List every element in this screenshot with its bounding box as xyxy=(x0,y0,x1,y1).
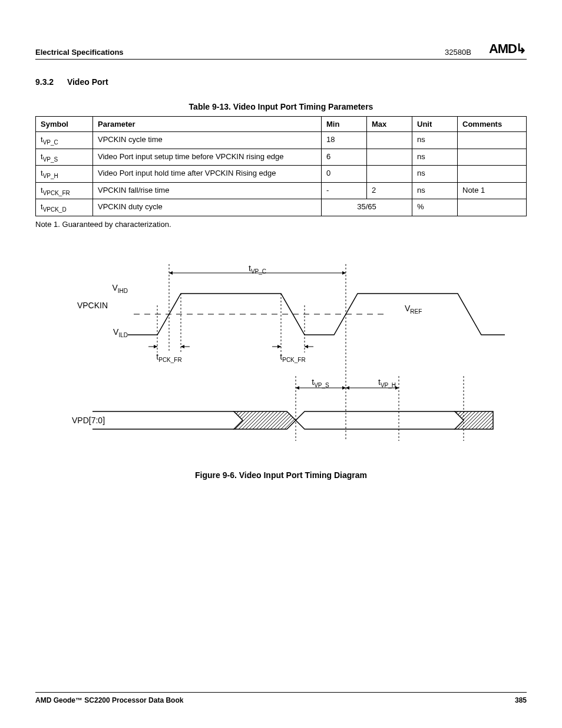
label-vpckin: VPCKIN xyxy=(77,301,108,310)
cell-comments xyxy=(458,132,527,149)
cell-comments xyxy=(458,199,527,216)
page-header: Electrical Specifications 32580B AMD↲ xyxy=(35,41,527,60)
cell-max: 2 xyxy=(367,182,412,199)
timing-table: Symbol Parameter Min Max Unit Comments t… xyxy=(35,116,527,216)
label-tpck-fr-2: tPCK_FR xyxy=(280,352,305,363)
svg-marker-15 xyxy=(455,411,493,429)
page-footer: AMD Geode™ SC2200 Processor Data Book 38… xyxy=(35,692,527,704)
cell-symbol: tVP_S xyxy=(36,149,93,166)
cell-parameter: Video Port input hold time after VPCKIN … xyxy=(93,166,322,183)
cell-comments: Note 1 xyxy=(458,182,527,199)
cell-parameter: VPCKIN cycle time xyxy=(93,132,322,149)
cell-unit: ns xyxy=(412,182,458,199)
cell-unit: ns xyxy=(412,149,458,166)
section-number: 9.3.2 xyxy=(35,77,65,87)
header-right: 32580B AMD↲ xyxy=(445,41,527,57)
cell-symbol: tVPCK_FR xyxy=(36,182,93,199)
label-tvp-h: tVP_H xyxy=(378,377,396,388)
label-tvp-c: tVP_C xyxy=(249,264,266,275)
page: Electrical Specifications 32580B AMD↲ 9.… xyxy=(0,0,562,728)
table-row: tVPCK_DVPCKIN duty cycle35/65% xyxy=(36,199,527,216)
cell-symbol: tVP_C xyxy=(36,132,93,149)
cell-comments xyxy=(458,166,527,183)
amd-logo: AMD↲ xyxy=(489,41,527,57)
footer-book-title: AMD Geode™ SC2200 Processor Data Book xyxy=(35,696,183,704)
cell-max xyxy=(367,149,412,166)
cell-min: 18 xyxy=(322,132,367,149)
cell-parameter: VPCKIN fall/rise time xyxy=(93,182,322,199)
header-section-title: Electrical Specifications xyxy=(35,48,124,57)
th-max: Max xyxy=(367,117,412,132)
label-vpd: VPD[7:0] xyxy=(72,416,105,425)
cell-unit: ns xyxy=(412,132,458,149)
cell-max xyxy=(367,132,412,149)
cell-comments xyxy=(458,149,527,166)
cell-unit: ns xyxy=(412,166,458,183)
cell-symbol: tVPCK_D xyxy=(36,199,93,216)
th-unit: Unit xyxy=(412,117,458,132)
svg-marker-14 xyxy=(234,411,296,429)
section-heading: 9.3.2 Video Port xyxy=(35,77,527,87)
cell-parameter: VPCKIN duty cycle xyxy=(93,199,322,216)
label-tpck-fr-1: tPCK_FR xyxy=(156,352,181,363)
label-vihd: VIHD xyxy=(112,283,128,294)
table-row: tVP_CVPCKIN cycle time18ns xyxy=(36,132,527,149)
label-tvp-s: tVP_S xyxy=(312,377,329,388)
cell-max xyxy=(367,166,412,183)
label-vref: VREF xyxy=(405,304,422,315)
figure-area: VPCKIN VIHD VILD VREF tVP_C tPCK_FR tPCK xyxy=(35,264,527,453)
cell-symbol: tVP_H xyxy=(36,166,93,183)
th-min: Min xyxy=(322,117,367,132)
label-vild: VILD xyxy=(113,327,128,338)
figure-caption: Figure 9-6. Video Input Port Timing Diag… xyxy=(35,470,527,480)
th-parameter: Parameter xyxy=(93,117,322,132)
table-header-row: Symbol Parameter Min Max Unit Comments xyxy=(36,117,527,132)
cell-min: 6 xyxy=(322,149,367,166)
cell-min: 0 xyxy=(322,166,367,183)
doc-code: 32580B xyxy=(445,48,471,57)
section-title: Video Port xyxy=(67,77,108,87)
cell-min-max-merged: 35/65 xyxy=(322,199,412,216)
table-note: Note 1. Guaranteed by characterization. xyxy=(35,220,527,229)
table-row: tVP_SVideo Port input setup time before … xyxy=(36,149,527,166)
th-symbol: Symbol xyxy=(36,117,93,132)
cell-min: - xyxy=(322,182,367,199)
table-caption: Table 9-13. Video Input Port Timing Para… xyxy=(35,102,527,111)
cell-unit: % xyxy=(412,199,458,216)
table-row: tVPCK_FRVPCKIN fall/rise time-2nsNote 1 xyxy=(36,182,527,199)
cell-parameter: Video Port input setup time before VPCKI… xyxy=(93,149,322,166)
th-comments: Comments xyxy=(458,117,527,132)
timing-diagram: VPCKIN VIHD VILD VREF tVP_C tPCK_FR tPCK xyxy=(57,264,505,453)
footer-page-number: 385 xyxy=(515,696,527,704)
table-row: tVP_HVideo Port input hold time after VP… xyxy=(36,166,527,183)
